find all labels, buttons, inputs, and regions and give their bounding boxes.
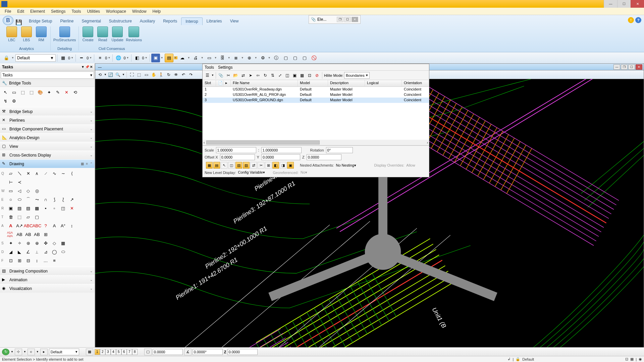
dtool-e5[interactable]: ∩ <box>42 195 50 203</box>
tb-print-icon[interactable]: 🖨 <box>192 54 200 62</box>
floating-max-button[interactable]: ☐ <box>344 17 351 22</box>
ref-h-scrollbar[interactable]: ‹› <box>203 140 429 145</box>
dtool-t1[interactable]: 🗑 <box>7 213 15 221</box>
dtool-d5[interactable]: ⊿ <box>42 248 50 256</box>
tasks-close-icon[interactable]: ✕ <box>90 65 93 69</box>
ref-tb-move[interactable]: ➤ <box>247 72 254 79</box>
sb2-status-icon[interactable]: ◉ <box>639 357 642 361</box>
dtool-r1[interactable]: ▣ <box>7 204 15 212</box>
coord-x-icon[interactable]: ▢ <box>144 349 152 355</box>
section-drawing-composition[interactable]: ▤Drawing Composition⌄ <box>0 266 95 275</box>
dtool-a1[interactable]: A <box>7 222 15 230</box>
dtool-w1[interactable]: ▭ <box>7 187 15 195</box>
dtool-r4[interactable]: ▩ <box>33 204 41 212</box>
tool-gear[interactable]: ⚙ <box>10 97 18 105</box>
dtool-r7[interactable]: ◫ <box>59 204 67 212</box>
tb-col3-icon[interactable]: ▢ <box>300 54 309 62</box>
dtool-s3[interactable]: ⊛ <box>24 239 32 247</box>
vtb-rotate[interactable]: ⟲ <box>97 71 103 78</box>
dtool-e1[interactable]: ○ <box>7 195 15 203</box>
dtool-a6[interactable]: A <box>50 222 58 230</box>
view-8-button[interactable]: 8 <box>132 349 138 355</box>
view-2-button[interactable]: 2 <box>100 349 105 355</box>
dtool-s4[interactable]: ⊕ <box>33 239 41 247</box>
dtool-r8[interactable]: ✕ <box>68 204 76 212</box>
ri-11[interactable]: ◨ <box>280 162 286 169</box>
tasks-combo[interactable]: Tasks▾ <box>1 71 94 79</box>
newlevel-combo[interactable]: Config Variable▾ <box>238 170 268 175</box>
dtool-r5[interactable]: ▪ <box>42 204 50 212</box>
tool-lbs[interactable]: LBS <box>20 26 33 42</box>
view-1-button[interactable]: 1 <box>95 349 100 355</box>
tb-globe-icon[interactable]: 🌐 <box>114 54 123 62</box>
ref-tb-cut[interactable]: ✂ <box>225 72 232 79</box>
sb2-grid-icon[interactable]: ▦ <box>630 357 634 361</box>
ref-tb-back[interactable]: ⇦ <box>255 72 261 79</box>
col-p[interactable]: 📄 <box>216 80 223 86</box>
selection-tool[interactable]: ↖ <box>1 88 9 96</box>
dtool-q4[interactable]: ∧ <box>33 169 41 177</box>
section-bridge-setup[interactable]: ⚒Bridge Setup⌄ <box>0 107 95 116</box>
dtool-f5[interactable]: … <box>42 256 50 264</box>
dtool-q6[interactable]: ∿ <box>50 169 58 177</box>
section-view[interactable]: ▢View⌄ <box>0 142 95 150</box>
dtool-a4[interactable]: ABC <box>33 222 41 230</box>
dtool-f1[interactable]: ⊡ <box>7 256 15 264</box>
dtool-d2[interactable]: ◣ <box>15 248 23 256</box>
col-logical[interactable]: Logical <box>365 80 402 86</box>
col-desc[interactable]: Description <box>328 80 365 86</box>
ref-menu-settings[interactable]: Settings <box>218 65 232 70</box>
accudraw-button[interactable]: ⊹ <box>15 349 22 355</box>
section-bridge-tools[interactable]: 🔧Bridge Tools <box>0 79 95 87</box>
ref-tb-list[interactable]: ☰ <box>204 72 211 79</box>
view-3-button[interactable]: 3 <box>105 349 111 355</box>
ref-tb-mask[interactable]: ▣ <box>291 72 298 79</box>
tool-a[interactable]: ▭ <box>10 88 18 96</box>
dtool-w3[interactable]: ◇ <box>24 187 32 195</box>
ri-4[interactable]: ◫ <box>228 162 235 169</box>
tool-rm[interactable]: RM <box>35 26 48 42</box>
ref-tb-attach[interactable]: 📎 <box>218 72 224 79</box>
view-4-button[interactable]: 4 <box>111 349 116 355</box>
ref-tb-reload[interactable]: ↻ <box>262 72 269 79</box>
tab-substructure[interactable]: Substructure <box>105 17 136 25</box>
dtool-q8[interactable]: ⟨ <box>68 169 76 177</box>
view-7-button[interactable]: 7 <box>127 349 132 355</box>
tb-lock-icon[interactable]: 🔒 <box>2 54 11 62</box>
menu-window[interactable]: Window <box>129 8 149 14</box>
dtool-d1[interactable]: ◢ <box>7 248 15 256</box>
menu-utilities[interactable]: Utilities <box>84 8 103 14</box>
tool-e[interactable]: ✎ <box>54 88 62 96</box>
tb-element-icon[interactable]: ▣ <box>151 54 160 62</box>
tab-pierline[interactable]: Pierline <box>56 17 77 25</box>
tool-update[interactable]: Update <box>111 26 124 42</box>
dtool-a5[interactable]: ? <box>42 222 50 230</box>
tab-interop[interactable]: Interop <box>181 17 202 25</box>
dtool-r6[interactable]: ▫ <box>50 204 58 212</box>
rotation-input[interactable] <box>326 147 353 153</box>
tb-zoom-icon[interactable]: ⊕ <box>245 54 254 62</box>
table-row[interactable]: 2 US301OverRR_ALG_PROF.dgnDefault Master… <box>203 92 429 98</box>
tb-cloud-icon[interactable]: ☁ <box>178 54 187 62</box>
section-animation[interactable]: ▶Animation⌄ <box>0 275 95 284</box>
coord-z-input[interactable] <box>227 349 258 355</box>
ri-5[interactable]: ▧ <box>235 162 242 169</box>
section-cross[interactable]: ⊞Cross-Sections Display⌄ <box>0 150 95 159</box>
dtool-s7[interactable]: ▦ <box>59 239 67 247</box>
view-5-button[interactable]: 5 <box>116 349 121 355</box>
tasks-pin-icon[interactable]: 📌 <box>85 65 89 69</box>
sb2-icon-a[interactable]: ↲ <box>507 357 511 361</box>
dtool-e4[interactable]: ⤳ <box>33 195 41 203</box>
ref-tb-detach[interactable]: ⊘ <box>314 72 320 79</box>
dtool-r3[interactable]: ▧ <box>24 204 32 212</box>
tool-d[interactable]: ✦ <box>45 88 53 96</box>
tool-palette[interactable]: 🎨 <box>36 88 44 96</box>
col-slot[interactable]: Slot <box>203 80 216 86</box>
dtool-d3[interactable]: ∠ <box>24 248 32 256</box>
dtool-e3[interactable]: ⌒ <box>24 195 32 203</box>
dtool-t4[interactable]: ▢ <box>33 213 41 221</box>
tab-bridge-setup[interactable]: Bridge Setup <box>25 17 56 25</box>
dtool-w2[interactable]: ◁ <box>15 187 23 195</box>
application-button[interactable]: B <box>3 16 13 25</box>
floating-close-button[interactable]: ✕ <box>352 17 358 22</box>
